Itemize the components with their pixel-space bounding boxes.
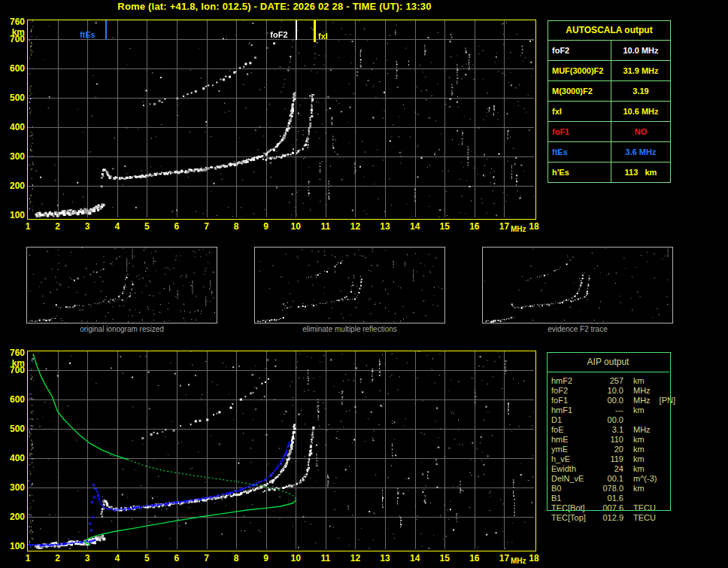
y-tick-label-400: 400 xyxy=(1,453,25,463)
thumbnail-original-ionogram xyxy=(26,247,217,323)
aip-row-hmf1: hmF1---km xyxy=(551,405,679,415)
aip-row-ewidth: Ewidth24km xyxy=(551,464,679,474)
x-tick-label-1: 1 xyxy=(20,553,36,563)
x-tick-label-5: 5 xyxy=(138,221,155,232)
aip-row-b1: B101.6 xyxy=(551,494,679,503)
autoscala-window: Rome (lat: +41.8, lon: 012.5) - DATE: 20… xyxy=(0,0,728,568)
aip-row-hme: hmE110km xyxy=(551,435,679,445)
y-tick-label-760: 760 xyxy=(1,348,25,358)
autoscala-row-fxi: fxI10.6 MHz xyxy=(548,101,670,121)
x-tick-label-4: 4 xyxy=(109,221,126,232)
y-tick-label-100: 100 xyxy=(1,541,25,551)
y-tick-label-600: 600 xyxy=(1,394,25,405)
thumbnail-eliminate-reflections xyxy=(254,247,445,323)
x-tick-label-4: 4 xyxy=(109,553,126,563)
autoscala-param-label: M(3000)F2 xyxy=(548,81,611,101)
x-tick-label-8: 8 xyxy=(228,221,244,232)
autoscala-param-label: ftEs xyxy=(548,142,611,162)
x-tick-label-7: 7 xyxy=(199,553,215,563)
autoscala-param-value: 10.0 MHz xyxy=(611,41,670,60)
x-tick-label-1: 1 xyxy=(20,221,36,232)
thumbnail-eliminate-canvas xyxy=(255,248,444,323)
autoscala-table-title: AUTOSCALA output xyxy=(548,21,670,40)
x-tick-label-12: 12 xyxy=(347,553,363,563)
autoscala-param-label: foF2 xyxy=(548,41,611,60)
aip-row-hmf2: hmF2257km xyxy=(551,376,679,386)
aip-row-tecbot: TEC[Bot]007.6TECU xyxy=(551,503,679,513)
autoscala-param-value: 10.6 MHz xyxy=(611,102,670,121)
autoscala-row-muf3000f2: MUF(3000)F231.9 MHz xyxy=(548,60,670,80)
autoscala-param-value: 3.6 MHz xyxy=(611,142,670,162)
x-tick-label-15: 15 xyxy=(436,221,453,232)
autoscala-param-label: MUF(3000)F2 xyxy=(548,61,611,80)
x-tick-label-8: 8 xyxy=(228,553,244,563)
x-tick-label-10: 10 xyxy=(287,553,304,563)
marker-label-ftes: ftEs xyxy=(80,30,96,39)
thumbnail-evidence-f2 xyxy=(482,247,673,323)
x-tick-label-18: 18 xyxy=(526,553,542,563)
x-tick-label-11: 11 xyxy=(317,553,334,563)
top-ionogram-canvas xyxy=(28,20,534,217)
y-tick-label-400: 400 xyxy=(1,122,25,132)
autoscala-row-m3000f2: M(3000)F23.19 xyxy=(548,80,670,101)
x-tick-label-10: 10 xyxy=(287,221,304,232)
y-tick-label-300: 300 xyxy=(1,151,25,162)
thumbnail-caption-eliminate: eliminate multiple reflections xyxy=(254,325,445,333)
y-tick-label-760: 760 xyxy=(1,17,25,27)
thumbnail-caption-evidence: evidence F2 trace xyxy=(482,325,673,333)
marker-label-fxi: fxI xyxy=(318,32,328,41)
x-tick-label-16: 16 xyxy=(466,553,483,563)
x-tick-label-6: 6 xyxy=(168,553,185,563)
x-tick-label-5: 5 xyxy=(138,553,155,563)
autoscala-row-hes: h'Es113 km xyxy=(548,162,670,182)
aip-row-hve: h_vE119km xyxy=(551,454,679,464)
autoscala-param-value: 113 km xyxy=(611,163,670,182)
aip-row-tectop: TEC[Top]012.9TECU xyxy=(551,513,679,523)
x-tick-label-13: 13 xyxy=(377,221,393,232)
x-tick-label-9: 9 xyxy=(258,553,275,563)
y-tick-label-300: 300 xyxy=(1,482,25,493)
aip-row-fof1: foF100.0MHz[PN] xyxy=(551,396,679,405)
y-tick-label-600: 600 xyxy=(1,63,25,74)
y-tick-label-200: 200 xyxy=(1,181,25,191)
autoscala-row-fof2: foF210.0 MHz xyxy=(548,40,670,60)
x-tick-label-9: 9 xyxy=(258,221,275,232)
x-tick-label-2: 2 xyxy=(50,553,66,563)
x-tick-label-14: 14 xyxy=(407,553,423,563)
aip-output-table: hmF2257kmfoF210.0MHzfoF100.0MHz[PN]hmF1-… xyxy=(551,376,679,523)
y-tick-label-500: 500 xyxy=(1,93,25,103)
x-axis-unit-mhz: MHz xyxy=(511,225,526,233)
x-tick-label-14: 14 xyxy=(407,221,423,232)
autoscala-param-value: NO xyxy=(611,122,670,141)
y-tick-label-500: 500 xyxy=(1,424,25,434)
autoscala-param-value: 3.19 xyxy=(611,81,670,101)
x-tick-label-18: 18 xyxy=(526,221,542,232)
x-tick-label-6: 6 xyxy=(168,221,185,232)
autoscala-param-label: h'Es xyxy=(548,163,611,182)
aip-header-separator xyxy=(547,372,669,372)
thumbnail-caption-original: original ionogram resized xyxy=(26,325,217,333)
autoscala-param-label: fxI xyxy=(548,102,611,121)
marker-label-fof2: foF2 xyxy=(270,30,287,39)
autoscala-param-label: foF1 xyxy=(548,122,611,141)
autoscala-output-table: AUTOSCALA output foF210.0 MHzMUF(3000)F2… xyxy=(548,20,671,183)
x-tick-label-11: 11 xyxy=(317,221,334,232)
autoscala-param-value: 31.9 MHz xyxy=(611,61,670,80)
aip-row-d1: D100.0 xyxy=(551,415,679,425)
bottom-ionogram-canvas xyxy=(28,351,534,549)
x-tick-label-16: 16 xyxy=(466,221,483,232)
aip-row-b0: B0078.0km xyxy=(551,484,679,494)
x-tick-label-3: 3 xyxy=(79,221,96,232)
autoscala-row-ftes: ftEs3.6 MHz xyxy=(548,141,670,162)
x-tick-label-7: 7 xyxy=(199,221,215,232)
y-axis-unit-km: km xyxy=(1,27,25,38)
aip-row-yme: ymE20km xyxy=(551,445,679,454)
thumbnail-original-canvas xyxy=(27,248,217,323)
thumbnail-evidence-canvas xyxy=(483,248,672,323)
aip-row-foe: foE3.1MHz xyxy=(551,425,679,435)
x-tick-label-12: 12 xyxy=(347,221,363,232)
aip-table-title: AIP output xyxy=(548,353,669,372)
x-tick-label-2: 2 xyxy=(50,221,66,232)
y-tick-label-200: 200 xyxy=(1,512,25,522)
aip-row-fof2: foF210.0MHz xyxy=(551,386,679,396)
